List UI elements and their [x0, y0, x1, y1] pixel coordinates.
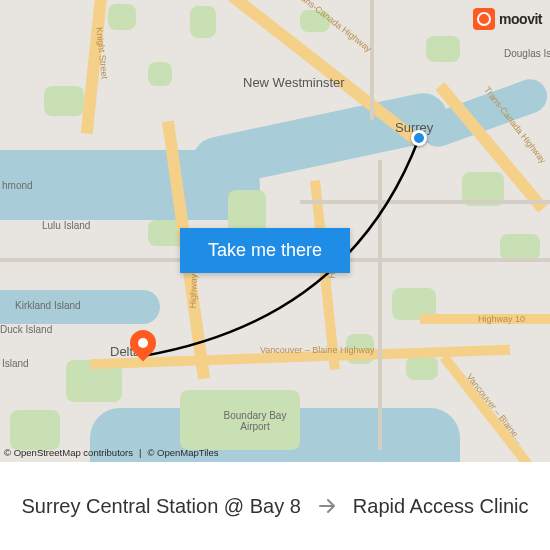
- map-pin-icon: [125, 325, 162, 362]
- moovit-logo[interactable]: moovit: [473, 8, 542, 30]
- osm-attribution-link[interactable]: © OpenStreetMap contributors: [4, 447, 133, 458]
- map-canvas[interactable]: New Westminster Surrey Delta hmond Lulu …: [0, 0, 550, 462]
- from-location-label: Surrey Central Station @ Bay 8: [22, 495, 301, 518]
- origin-marker[interactable]: [411, 130, 427, 146]
- take-me-there-button[interactable]: Take me there: [180, 228, 350, 273]
- to-location-label: Rapid Access Clinic: [353, 495, 529, 518]
- attribution-separator: |: [139, 447, 141, 458]
- moovit-brand-text: moovit: [499, 11, 542, 27]
- moovit-icon: [473, 8, 495, 30]
- arrow-right-icon: [315, 494, 339, 518]
- omt-attribution-link[interactable]: © OpenMapTiles: [147, 447, 218, 458]
- map-attribution: © OpenStreetMap contributors | © OpenMap…: [4, 447, 219, 458]
- destination-marker[interactable]: [130, 330, 156, 356]
- route-summary-footer: Surrey Central Station @ Bay 8 Rapid Acc…: [0, 462, 550, 550]
